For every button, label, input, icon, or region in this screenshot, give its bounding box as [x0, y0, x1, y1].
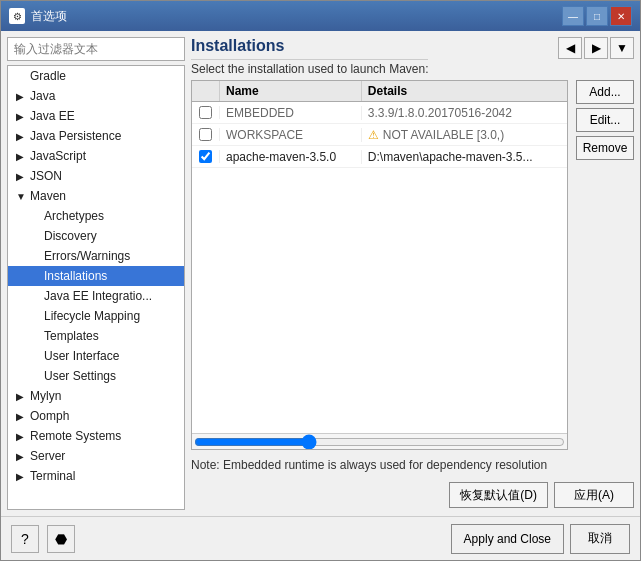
tree-label-terminal: Terminal — [30, 469, 75, 483]
filter-input[interactable] — [7, 37, 185, 61]
tree-item-mylyn[interactable]: ▶Mylyn — [8, 386, 184, 406]
tree-label-installations: Installations — [44, 269, 107, 283]
tree-label-java: Java — [30, 89, 55, 103]
panel-title: Installations — [191, 37, 428, 60]
right-panel: Installations Select the installation us… — [191, 37, 634, 510]
tree-item-user-settings[interactable]: User Settings — [8, 366, 184, 386]
tree-arrow-remote-systems: ▶ — [16, 431, 26, 442]
h-scroll-input[interactable] — [194, 436, 565, 448]
tree-arrow-mylyn: ▶ — [16, 391, 26, 402]
content-area: Gradle▶Java▶Java EE▶Java Persistence▶Jav… — [1, 31, 640, 516]
name-column-header: Name — [220, 81, 362, 101]
maximize-button[interactable]: □ — [586, 6, 608, 26]
table-row-embedded[interactable]: EMBEDDED3.3.9/1.8.0.20170516-2042 — [192, 102, 567, 124]
edit-button[interactable]: Edit... — [576, 108, 634, 132]
preferences-icon-button[interactable]: ⬣ — [47, 525, 75, 553]
tree-arrow-java: ▶ — [16, 91, 26, 102]
tree-item-java-persistence[interactable]: ▶Java Persistence — [8, 126, 184, 146]
help-button[interactable]: ? — [11, 525, 39, 553]
tree-label-discovery: Discovery — [44, 229, 97, 243]
table-section: Name Details EMBEDDED3.3.9/1.8.0.2017051… — [191, 80, 634, 450]
tree-label-remote-systems: Remote Systems — [30, 429, 121, 443]
detail-text-apache: D:\maven\apache-maven-3.5... — [368, 150, 533, 164]
close-button[interactable]: ✕ — [610, 6, 632, 26]
tree-item-java[interactable]: ▶Java — [8, 86, 184, 106]
footer-right: Apply and Close 取消 — [451, 524, 630, 554]
tree-arrow-java-persistence: ▶ — [16, 131, 26, 142]
checkbox-cell-workspace[interactable] — [192, 128, 220, 141]
title-buttons: — □ ✕ — [562, 6, 632, 26]
tree-label-java-persistence: Java Persistence — [30, 129, 121, 143]
left-panel: Gradle▶Java▶Java EE▶Java Persistence▶Jav… — [7, 37, 185, 510]
back-button[interactable]: ◀ — [558, 37, 582, 59]
tree-item-javascript[interactable]: ▶JavaScript — [8, 146, 184, 166]
tree-item-server[interactable]: ▶Server — [8, 446, 184, 466]
tree-arrow-oomph: ▶ — [16, 411, 26, 422]
window-icon: ⚙ — [9, 8, 25, 24]
name-cell-workspace: WORKSPACE — [220, 128, 362, 142]
tree-item-json[interactable]: ▶JSON — [8, 166, 184, 186]
detail-text-embedded: 3.3.9/1.8.0.20170516-2042 — [368, 106, 512, 120]
tree-label-errors-warnings: Errors/Warnings — [44, 249, 130, 263]
apply-button[interactable]: 应用(A) — [554, 482, 634, 508]
tree-item-maven[interactable]: ▼Maven — [8, 186, 184, 206]
tree-item-discovery[interactable]: Discovery — [8, 226, 184, 246]
window-title: 首选项 — [31, 8, 562, 25]
checkbox-cell-apache[interactable] — [192, 150, 220, 163]
horizontal-scrollbar[interactable] — [192, 433, 567, 449]
cancel-button[interactable]: 取消 — [570, 524, 630, 554]
warning-icon-workspace: ⚠ — [368, 128, 379, 142]
tree-label-gradle: Gradle — [30, 69, 66, 83]
tree-item-java-ee-integration[interactable]: Java EE Integratio... — [8, 286, 184, 306]
name-cell-embedded: EMBEDDED — [220, 106, 362, 120]
remove-button[interactable]: Remove — [576, 136, 634, 160]
checkbox-cell-embedded[interactable] — [192, 106, 220, 119]
name-cell-apache: apache-maven-3.5.0 — [220, 150, 362, 164]
minimize-button[interactable]: — — [562, 6, 584, 26]
tree-label-javascript: JavaScript — [30, 149, 86, 163]
check-column-header — [192, 81, 220, 101]
details-cell-workspace: ⚠NOT AVAILABLE [3.0,) — [362, 128, 567, 142]
forward-button[interactable]: ▶ — [584, 37, 608, 59]
panel-subtitle: Select the installation used to launch M… — [191, 62, 428, 76]
tree-label-json: JSON — [30, 169, 62, 183]
table-row-workspace[interactable]: WORKSPACE⚠NOT AVAILABLE [3.0,) — [192, 124, 567, 146]
tree-label-lifecycle-mapping: Lifecycle Mapping — [44, 309, 140, 323]
tree-label-java-ee-integration: Java EE Integratio... — [44, 289, 152, 303]
tree-item-oomph[interactable]: ▶Oomph — [8, 406, 184, 426]
tree-arrow-json: ▶ — [16, 171, 26, 182]
tree-item-lifecycle-mapping[interactable]: Lifecycle Mapping — [8, 306, 184, 326]
apply-close-button[interactable]: Apply and Close — [451, 524, 564, 554]
tree-arrow-maven: ▼ — [16, 191, 26, 202]
tree-item-gradle[interactable]: Gradle — [8, 66, 184, 86]
toolbar-row: ◀ ▶ ▼ — [558, 37, 634, 59]
menu-button[interactable]: ▼ — [610, 37, 634, 59]
tree-item-errors-warnings[interactable]: Errors/Warnings — [8, 246, 184, 266]
tree-item-remote-systems[interactable]: ▶Remote Systems — [8, 426, 184, 446]
tree-item-installations[interactable]: Installations — [8, 266, 184, 286]
footer-left: ? ⬣ — [11, 525, 75, 553]
tree-label-user-interface: User Interface — [44, 349, 119, 363]
tree-container: Gradle▶Java▶Java EE▶Java Persistence▶Jav… — [7, 65, 185, 510]
restore-defaults-button[interactable]: 恢复默认值(D) — [449, 482, 548, 508]
tree-arrow-javascript: ▶ — [16, 151, 26, 162]
tree-arrow-server: ▶ — [16, 451, 26, 462]
tree-label-maven: Maven — [30, 189, 66, 203]
side-buttons: Add... Edit... Remove — [576, 80, 634, 450]
details-cell-apache: D:\maven\apache-maven-3.5... — [362, 150, 567, 164]
checkbox-workspace[interactable] — [199, 128, 212, 141]
tree-item-terminal[interactable]: ▶Terminal — [8, 466, 184, 486]
tree-label-mylyn: Mylyn — [30, 389, 61, 403]
add-button[interactable]: Add... — [576, 80, 634, 104]
tree-item-archetypes[interactable]: Archetypes — [8, 206, 184, 226]
tree-label-oomph: Oomph — [30, 409, 69, 423]
tree-label-server: Server — [30, 449, 65, 463]
tree-item-java-ee[interactable]: ▶Java EE — [8, 106, 184, 126]
tree-item-templates[interactable]: Templates — [8, 326, 184, 346]
table-row-apache[interactable]: apache-maven-3.5.0D:\maven\apache-maven-… — [192, 146, 567, 168]
bottom-right-buttons: 恢复默认值(D) 应用(A) — [191, 480, 634, 510]
tree-item-user-interface[interactable]: User Interface — [8, 346, 184, 366]
checkbox-embedded[interactable] — [199, 106, 212, 119]
checkbox-apache[interactable] — [199, 150, 212, 163]
table-header: Name Details — [192, 81, 567, 102]
